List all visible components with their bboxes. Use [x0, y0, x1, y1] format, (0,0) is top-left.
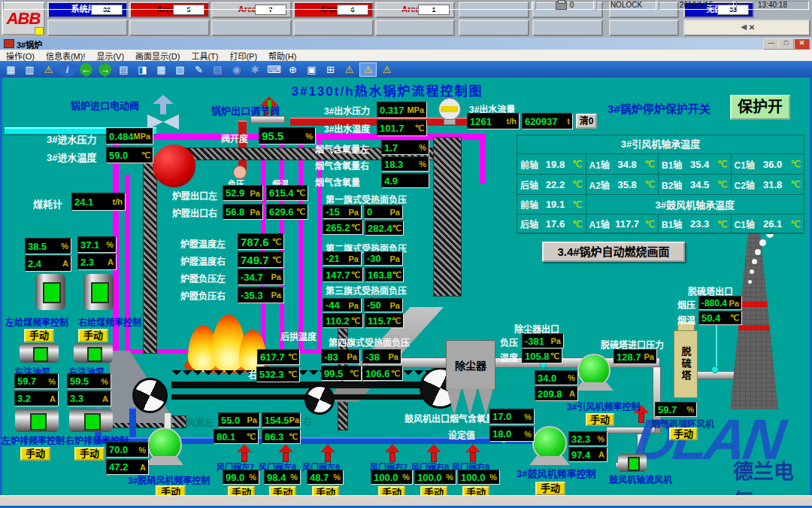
inlet-valve-label: 锅炉进口电动阀 [71, 98, 139, 112]
grate-right-manual-button[interactable]: 手动 [74, 447, 105, 461]
oil-pump-motor-right [74, 343, 113, 363]
menu-help[interactable]: 帮助(H) [268, 50, 296, 62]
coal-meter-value: 24.1t/h [71, 193, 126, 211]
outlet-water-pipe [238, 120, 247, 172]
protection-on-button[interactable]: 保护开 [730, 95, 790, 120]
menu-tools[interactable]: 工具(T) [191, 50, 218, 62]
view-grid-icon[interactable]: ▦ [2, 62, 20, 77]
inlet-temp-value: 59.0℃ [106, 147, 153, 163]
rear-arch-left-value: 617.7℃ [257, 349, 300, 365]
area-cell-empty [293, 20, 374, 36]
o2-right-label: 烟气含氧量右 [315, 159, 369, 172]
maximize-button[interactable]: □ [778, 38, 794, 50]
alarm-warning-icon[interactable]: ⚠ [40, 62, 57, 77]
alarm-ack-icon[interactable]: ⚠ [378, 62, 395, 77]
grate-teeth [171, 370, 446, 380]
feeder-right-manual-button[interactable]: 手动 [78, 329, 108, 342]
damper-l7-value: 99.0% [223, 470, 259, 485]
damper-l9-value: 48.7% [307, 470, 344, 485]
protection-switch-label: 3#锅炉停炉保护开关 [607, 100, 710, 116]
report-doc-icon[interactable]: ▤ [115, 62, 132, 77]
nav-forward-icon[interactable]: → [96, 62, 114, 77]
o2-total-label: 烟气含氧量 [315, 175, 360, 188]
inlet-valve-stem [160, 104, 166, 114]
minimize-button[interactable]: — [763, 38, 779, 50]
scada-screen: ABB 系统用户32 Area A5 Area B7 Area C6 Area … [0, 0, 812, 508]
table-cell: 前轴19.1℃ [517, 195, 586, 214]
pass3-t2: 115.7℃ [365, 313, 404, 328]
area-cell-empty [47, 20, 128, 36]
pass4-t2: 106.6℃ [362, 366, 403, 381]
induced-manual-button[interactable]: 手动 [586, 413, 614, 426]
feeder-left-ctrl-label: 左给煤频率控制 [5, 315, 68, 328]
windbox-right-temp: 86.3℃ [262, 429, 301, 444]
menu-operate[interactable]: 操作(O) [6, 50, 35, 62]
inlet-pressure-label: 3#进水压力 [47, 132, 96, 146]
feeder-left-manual-button[interactable]: 手动 [24, 329, 54, 342]
dust-np-value: -381Pa [522, 333, 564, 348]
graphic-display-icon[interactable]: ◨ [134, 62, 151, 77]
sensor-dot [711, 366, 719, 373]
trend-doc-icon[interactable]: ▧ [171, 62, 189, 77]
menu-print[interactable]: 打印(P) [229, 50, 257, 62]
furnace-outlet-right-pressure: 56.8Pa [223, 204, 263, 220]
auto-combustion-button[interactable]: 3.4#锅炉自动燃烧画面 [542, 242, 685, 262]
outlet-temp-value: 101.7℃ [377, 120, 427, 136]
grate-motor-right [69, 409, 113, 432]
desulf-tower: 脱硫塔 [674, 330, 698, 398]
inlet-valve-icon [153, 95, 174, 104]
grate-motor-left [15, 409, 59, 432]
menu-info-table[interactable]: 信息表(M)! [46, 50, 86, 62]
mute-button[interactable]: ◄✕ [683, 20, 810, 36]
printer-status-panel: 0 [535, 1, 594, 10]
dust-np-label: 负压 [500, 336, 518, 348]
blower-set-value: 18.0% [489, 426, 535, 442]
spreadsheet-icon[interactable]: ▦ [153, 62, 170, 77]
grate-left-manual-button[interactable]: 手动 [20, 447, 50, 461]
dust-temp-value: 105.8℃ [522, 348, 562, 364]
chart-add-icon[interactable]: ⊕ [284, 62, 301, 77]
workspace-icon[interactable]: ▥ [21, 62, 38, 77]
o2-left-label: 烟气含氧量左 [315, 142, 369, 155]
table-cell: 后轴22.2℃ [517, 175, 586, 195]
network-icon[interactable]: ◉ [228, 62, 245, 77]
windows-tile-icon[interactable]: ⊞ [322, 62, 339, 77]
close-button[interactable]: ✕ [794, 38, 810, 50]
menu-view[interactable]: 显示(V) [96, 50, 124, 62]
inlet-pressure-value: 0.484MPa [106, 128, 153, 144]
recirc-manual-button[interactable]: 手动 [669, 427, 698, 440]
feeder-right-pct: 37.1% [77, 236, 117, 253]
windbox-left-label: 风室左 [186, 415, 214, 428]
pass1-t2: 282.4℃ [365, 221, 404, 236]
edit-note-icon[interactable]: ✎ [190, 62, 208, 77]
smoke-dot [750, 269, 754, 274]
furnace-negpress-right-value: -35.3Pa [238, 287, 284, 303]
axial-fan-label: 鼓风机轴流风机 [609, 473, 672, 485]
induced-amp: 209.8A [535, 386, 578, 401]
menu-display[interactable]: 画面显示(D) [135, 50, 180, 62]
date-panel: 2016/1/15 [659, 1, 734, 10]
table-cell: A2轴35.8℃ [586, 175, 659, 195]
rear-arch-right-value: 532.3℃ [256, 367, 300, 382]
settings-icon[interactable]: ✱ [247, 62, 264, 77]
recirc-pct: 59.7% [655, 402, 697, 417]
damper-r8-value: 100.0% [414, 470, 456, 485]
area-cell-empty [609, 20, 679, 36]
clear-total-button[interactable]: 清0 [576, 114, 597, 129]
time-panel: 13:40:18 [736, 1, 809, 10]
alarm-page-icon[interactable]: ⚠ [341, 62, 358, 77]
flow-meter-band [441, 106, 458, 112]
toolbar: ▦ ▥ ⚠ i ← → ▤ ◨ ▦ ▧ ✎ ▤ ◉ ✱ ⌨ ⊕ ▣ ⊞ ⚠ ⚠ … [0, 61, 812, 78]
windows-cascade-icon[interactable]: ▣ [303, 62, 320, 77]
nav-back-icon[interactable]: ← [77, 62, 95, 77]
display-doc-icon[interactable]: ▤ [209, 62, 226, 77]
pass2-t1: 147.7℃ [323, 267, 363, 282]
axial-fan-motor [618, 454, 647, 472]
info-icon[interactable]: i [59, 62, 76, 77]
blower-amp: 97.4A [568, 447, 607, 462]
alarm-active-icon[interactable]: ⚠ [359, 62, 377, 77]
keyboard-icon[interactable]: ⌨ [265, 62, 283, 77]
blower-manual-button[interactable]: 手动 [535, 482, 565, 495]
oil-right-pct: 59.5% [67, 373, 111, 389]
smoke-dot [759, 239, 766, 246]
